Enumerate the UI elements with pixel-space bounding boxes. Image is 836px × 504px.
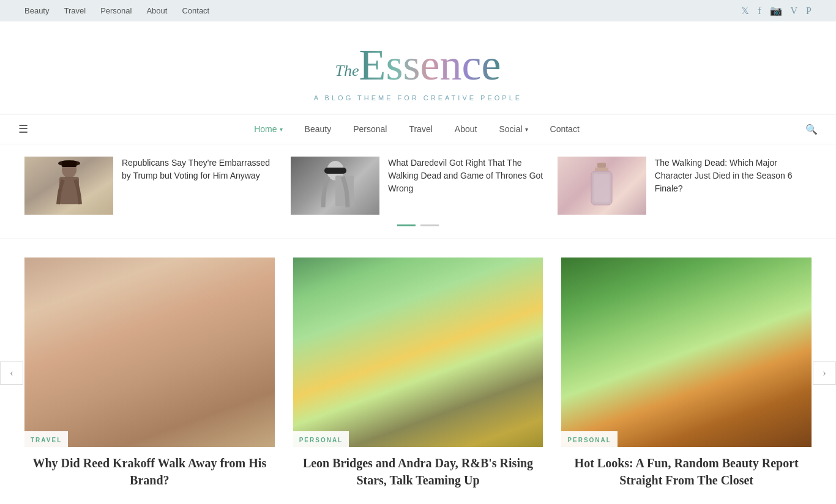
post-image-3: Personal (561, 258, 812, 447)
site-logo: TheEssence (12, 40, 824, 91)
perfume-bottle-icon (586, 161, 617, 210)
nav-social[interactable]: Social ▾ (488, 114, 539, 144)
top-nav-about[interactable]: About (146, 6, 167, 15)
top-nav-contact[interactable]: Contact (182, 6, 209, 15)
post-img-bg-1 (24, 258, 275, 447)
nav-travel[interactable]: Travel (398, 114, 443, 144)
posts-grid: Travel Why Did Reed Krakoff Walk Away fr… (24, 258, 812, 489)
top-bar: Beauty Travel Personal About Contact 𝕏 f… (0, 0, 836, 21)
post-title-2: Leon Bridges and Andra Day, R&B's Rising… (293, 454, 543, 489)
main-nav: ☰ Home ▾ Beauty Personal Travel About So… (0, 114, 836, 144)
featured-item-2[interactable]: What Daredevil Got Right That The Walkin… (291, 157, 545, 215)
svg-rect-7 (597, 163, 606, 168)
svg-rect-5 (324, 168, 346, 174)
category-overlay-2: Personal (293, 431, 349, 447)
main-content: ‹ Travel Why Did Reed Krakoff Walk Away … (0, 239, 836, 504)
post-title-3: Hot Looks: A Fun, Random Beauty Report S… (561, 454, 812, 489)
featured-text-1: Republicans Say They're Embarrassed by T… (122, 157, 278, 182)
category-label-2: Personal (299, 437, 343, 443)
person-silhouette-icon (51, 158, 88, 213)
logo-the: The (335, 62, 359, 80)
chevron-down-icon-2: ▾ (525, 126, 528, 133)
post-card-2[interactable]: Personal Leon Bridges and Andra Day, R&B… (293, 258, 543, 489)
post-card-3[interactable]: Personal Hot Looks: A Fun, Random Beauty… (561, 258, 812, 489)
post-img-bg-3 (561, 258, 812, 447)
nav-about[interactable]: About (444, 114, 488, 144)
chevron-down-icon: ▾ (280, 126, 283, 133)
post-img-bg-2 (293, 258, 543, 447)
category-label-3: Personal (567, 437, 611, 443)
person-sunglasses-icon (317, 158, 354, 213)
top-nav-personal[interactable]: Personal (100, 6, 132, 15)
featured-section: Republicans Say They're Embarrassed by T… (0, 144, 836, 239)
featured-text-2: What Daredevil Got Right That The Walkin… (388, 157, 545, 195)
featured-thumb-1 (24, 157, 113, 215)
slider-dot-2[interactable] (420, 224, 439, 226)
svg-rect-10 (594, 174, 610, 202)
featured-thumb-3 (558, 157, 646, 215)
nav-personal[interactable]: Personal (342, 114, 398, 144)
top-nav: Beauty Travel Personal About Contact (24, 6, 209, 15)
top-nav-travel[interactable]: Travel (64, 6, 86, 15)
pinterest-icon[interactable]: P (806, 6, 812, 17)
svg-rect-8 (595, 168, 608, 171)
top-nav-beauty[interactable]: Beauty (24, 6, 49, 15)
featured-item-1[interactable]: Republicans Say They're Embarrassed by T… (24, 157, 278, 215)
post-title-1: Why Did Reed Krakoff Walk Away from His … (24, 454, 275, 489)
featured-text-3: The Walking Dead: Which Major Character … (655, 157, 812, 195)
slider-dot-1[interactable] (397, 224, 416, 226)
logo-main: Essence (359, 40, 501, 91)
featured-item-3[interactable]: The Walking Dead: Which Major Character … (558, 157, 812, 215)
post-image-2: Personal (293, 258, 543, 447)
hamburger-icon[interactable]: ☰ (18, 122, 28, 136)
carousel-next-button[interactable]: › (813, 361, 836, 385)
post-image-1: Travel (24, 258, 275, 447)
vimeo-icon[interactable]: V (791, 6, 798, 17)
nav-beauty[interactable]: Beauty (294, 114, 343, 144)
search-icon[interactable]: 🔍 (805, 124, 818, 135)
social-icons: 𝕏 f 📷 V P (741, 5, 812, 17)
category-label-1: Travel (31, 437, 62, 443)
slider-dots (24, 224, 812, 226)
post-card-1[interactable]: Travel Why Did Reed Krakoff Walk Away fr… (24, 258, 275, 489)
facebook-icon[interactable]: f (758, 6, 761, 17)
instagram-icon[interactable]: 📷 (770, 5, 782, 17)
nav-contact[interactable]: Contact (539, 114, 591, 144)
category-overlay-3: Personal (561, 431, 618, 447)
featured-grid: Republicans Say They're Embarrassed by T… (24, 157, 812, 215)
main-nav-links: Home ▾ Beauty Personal Travel About Soci… (28, 114, 805, 144)
svg-rect-3 (62, 161, 77, 167)
twitter-icon[interactable]: 𝕏 (741, 5, 749, 17)
carousel-prev-button[interactable]: ‹ (0, 361, 23, 385)
category-overlay-1: Travel (24, 431, 68, 447)
site-tagline: A Blog Theme for Creative People (12, 94, 824, 102)
featured-thumb-2 (291, 157, 379, 215)
site-header: TheEssence A Blog Theme for Creative Peo… (0, 21, 836, 114)
nav-home[interactable]: Home ▾ (243, 114, 293, 144)
